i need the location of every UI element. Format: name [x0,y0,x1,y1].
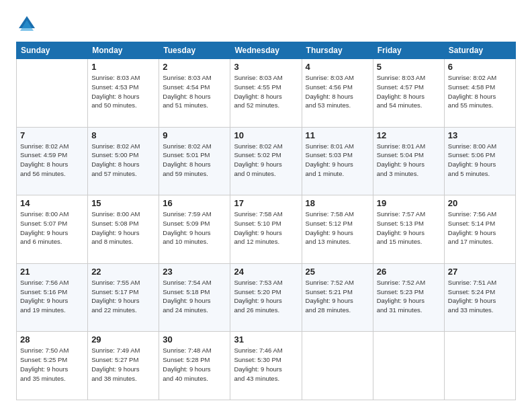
calendar-cell: 13Sunrise: 8:00 AM Sunset: 5:06 PM Dayli… [444,127,515,195]
day-number: 25 [306,267,369,277]
day-info: Sunrise: 7:48 AM Sunset: 5:28 PM Dayligh… [163,346,226,383]
day-number: 20 [448,198,512,208]
calendar-cell: 22Sunrise: 7:55 AM Sunset: 5:17 PM Dayli… [88,263,159,332]
day-number: 29 [91,334,155,345]
day-info: Sunrise: 7:53 AM Sunset: 5:20 PM Dayligh… [234,278,298,315]
day-info: Sunrise: 8:02 AM Sunset: 5:00 PM Dayligh… [91,142,155,179]
day-info: Sunrise: 7:58 AM Sunset: 5:10 PM Dayligh… [234,210,298,246]
day-info: Sunrise: 8:03 AM Sunset: 4:54 PM Dayligh… [163,73,226,110]
calendar-cell: 5Sunrise: 8:03 AM Sunset: 4:57 PM Daylig… [373,59,444,128]
day-info: Sunrise: 8:03 AM Sunset: 4:53 PM Dayligh… [91,73,155,110]
day-number: 22 [91,267,155,277]
calendar-cell: 18Sunrise: 7:58 AM Sunset: 5:12 PM Dayli… [302,195,373,264]
calendar-week-row: 21Sunrise: 7:56 AM Sunset: 5:16 PM Dayli… [17,263,516,332]
day-number: 31 [234,334,298,345]
day-number: 9 [163,130,226,140]
calendar-cell: 9Sunrise: 8:02 AM Sunset: 5:01 PM Daylig… [159,127,230,195]
day-number: 13 [448,130,512,140]
weekday-header: Tuesday [159,42,230,59]
calendar-cell [444,332,515,400]
weekday-header: Saturday [444,42,515,59]
calendar-cell: 29Sunrise: 7:49 AM Sunset: 5:27 PM Dayli… [88,332,159,400]
day-info: Sunrise: 7:49 AM Sunset: 5:27 PM Dayligh… [91,346,155,383]
calendar-page: SundayMondayTuesdayWednesdayThursdayFrid… [0,0,532,411]
day-info: Sunrise: 8:03 AM Sunset: 4:56 PM Dayligh… [306,73,369,110]
day-number: 24 [234,267,298,277]
calendar-cell: 31Sunrise: 7:46 AM Sunset: 5:30 PM Dayli… [230,332,302,400]
day-info: Sunrise: 7:56 AM Sunset: 5:14 PM Dayligh… [448,210,512,246]
calendar-cell [373,332,444,400]
weekday-header: Thursday [302,42,373,59]
day-number: 28 [20,334,84,345]
calendar-cell: 3Sunrise: 8:03 AM Sunset: 4:55 PM Daylig… [230,59,302,128]
header [16,13,516,35]
calendar-week-row: 28Sunrise: 7:50 AM Sunset: 5:25 PM Dayli… [17,332,516,400]
day-info: Sunrise: 7:59 AM Sunset: 5:09 PM Dayligh… [163,210,226,246]
calendar-cell: 19Sunrise: 7:57 AM Sunset: 5:13 PM Dayli… [373,195,444,264]
day-info: Sunrise: 8:03 AM Sunset: 4:57 PM Dayligh… [377,73,441,110]
logo-icon [16,13,38,35]
day-number: 26 [377,267,441,277]
day-info: Sunrise: 8:03 AM Sunset: 4:55 PM Dayligh… [234,73,298,110]
calendar-week-row: 1Sunrise: 8:03 AM Sunset: 4:53 PM Daylig… [17,59,516,128]
day-number: 21 [20,267,84,277]
day-number: 3 [234,62,298,72]
day-number: 6 [448,62,512,72]
calendar-cell: 24Sunrise: 7:53 AM Sunset: 5:20 PM Dayli… [230,263,302,332]
day-info: Sunrise: 8:00 AM Sunset: 5:07 PM Dayligh… [20,210,84,246]
calendar-cell: 23Sunrise: 7:54 AM Sunset: 5:18 PM Dayli… [159,263,230,332]
day-info: Sunrise: 8:01 AM Sunset: 5:03 PM Dayligh… [306,142,369,179]
weekday-header: Friday [373,42,444,59]
weekday-header: Sunday [17,42,88,59]
day-info: Sunrise: 8:02 AM Sunset: 4:59 PM Dayligh… [20,142,84,179]
calendar-cell: 1Sunrise: 8:03 AM Sunset: 4:53 PM Daylig… [88,59,159,128]
day-info: Sunrise: 7:46 AM Sunset: 5:30 PM Dayligh… [234,346,298,383]
day-number: 18 [306,198,369,208]
calendar-cell: 8Sunrise: 8:02 AM Sunset: 5:00 PM Daylig… [88,127,159,195]
day-number: 2 [163,62,226,72]
day-number: 27 [448,267,512,277]
day-info: Sunrise: 7:50 AM Sunset: 5:25 PM Dayligh… [20,346,84,383]
calendar-body: 1Sunrise: 8:03 AM Sunset: 4:53 PM Daylig… [17,59,516,400]
calendar-cell: 28Sunrise: 7:50 AM Sunset: 5:25 PM Dayli… [17,332,88,400]
day-info: Sunrise: 7:57 AM Sunset: 5:13 PM Dayligh… [377,210,441,246]
calendar-cell: 2Sunrise: 8:03 AM Sunset: 4:54 PM Daylig… [159,59,230,128]
calendar-cell: 26Sunrise: 7:52 AM Sunset: 5:23 PM Dayli… [373,263,444,332]
calendar-cell: 15Sunrise: 8:00 AM Sunset: 5:08 PM Dayli… [88,195,159,264]
calendar-cell: 27Sunrise: 7:51 AM Sunset: 5:24 PM Dayli… [444,263,515,332]
calendar-cell: 10Sunrise: 8:02 AM Sunset: 5:02 PM Dayli… [230,127,302,195]
calendar-week-row: 7Sunrise: 8:02 AM Sunset: 4:59 PM Daylig… [17,127,516,195]
calendar-header: SundayMondayTuesdayWednesdayThursdayFrid… [17,42,516,59]
calendar-cell: 17Sunrise: 7:58 AM Sunset: 5:10 PM Dayli… [230,195,302,264]
calendar-table: SundayMondayTuesdayWednesdayThursdayFrid… [16,42,516,400]
day-number: 17 [234,198,298,208]
calendar-cell: 20Sunrise: 7:56 AM Sunset: 5:14 PM Dayli… [444,195,515,264]
weekday-header: Wednesday [230,42,302,59]
day-number: 15 [91,198,155,208]
calendar-cell [302,332,373,400]
logo [16,13,42,35]
calendar-cell: 14Sunrise: 8:00 AM Sunset: 5:07 PM Dayli… [17,195,88,264]
day-info: Sunrise: 7:52 AM Sunset: 5:21 PM Dayligh… [306,278,369,315]
weekday-row: SundayMondayTuesdayWednesdayThursdayFrid… [17,42,516,59]
day-info: Sunrise: 8:02 AM Sunset: 4:58 PM Dayligh… [448,73,512,110]
day-info: Sunrise: 8:00 AM Sunset: 5:08 PM Dayligh… [91,210,155,246]
day-info: Sunrise: 7:51 AM Sunset: 5:24 PM Dayligh… [448,278,512,315]
day-number: 5 [377,62,441,72]
calendar-cell: 21Sunrise: 7:56 AM Sunset: 5:16 PM Dayli… [17,263,88,332]
day-number: 4 [306,62,369,72]
calendar-cell [17,59,88,128]
day-info: Sunrise: 7:54 AM Sunset: 5:18 PM Dayligh… [163,278,226,315]
day-info: Sunrise: 8:02 AM Sunset: 5:02 PM Dayligh… [234,142,298,179]
day-number: 30 [163,334,226,345]
day-number: 1 [91,62,155,72]
calendar-week-row: 14Sunrise: 8:00 AM Sunset: 5:07 PM Dayli… [17,195,516,264]
calendar-cell: 7Sunrise: 8:02 AM Sunset: 4:59 PM Daylig… [17,127,88,195]
day-info: Sunrise: 7:55 AM Sunset: 5:17 PM Dayligh… [91,278,155,315]
day-info: Sunrise: 7:58 AM Sunset: 5:12 PM Dayligh… [306,210,369,246]
day-number: 7 [20,130,84,140]
day-info: Sunrise: 8:02 AM Sunset: 5:01 PM Dayligh… [163,142,226,179]
day-info: Sunrise: 7:52 AM Sunset: 5:23 PM Dayligh… [377,278,441,315]
day-number: 10 [234,130,298,140]
day-number: 23 [163,267,226,277]
